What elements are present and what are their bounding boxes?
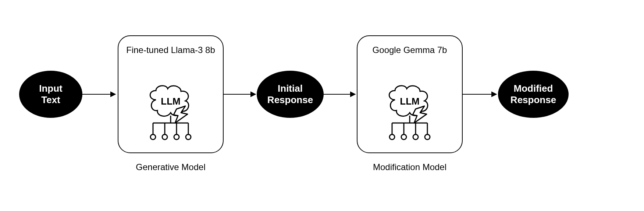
llm-brain-icon: LLM xyxy=(380,80,439,144)
node-modified-line1: Modified xyxy=(514,83,553,94)
llm-icon-label: LLM xyxy=(161,96,180,107)
box-modification-title: Google Gemma 7b xyxy=(357,45,462,55)
llm-brain-icon: LLM xyxy=(141,80,200,144)
node-input-line1: Input xyxy=(39,83,63,94)
svg-point-20 xyxy=(389,134,395,140)
svg-point-21 xyxy=(401,134,406,140)
svg-point-23 xyxy=(425,134,430,140)
node-input-line2: Text xyxy=(41,94,60,105)
svg-point-22 xyxy=(413,134,418,140)
box-generative-model: Fine-tuned Llama-3 8b LLM xyxy=(118,35,224,153)
arrow-initial-to-modification xyxy=(323,91,358,98)
node-initial-line1: Initial xyxy=(278,83,303,94)
svg-point-11 xyxy=(162,134,167,140)
svg-point-13 xyxy=(186,134,191,140)
svg-point-12 xyxy=(174,134,179,140)
arrow-modification-to-modified xyxy=(463,91,499,98)
box-generative-title: Fine-tuned Llama-3 8b xyxy=(118,45,223,55)
node-modified-response: Modified Response xyxy=(498,71,569,118)
node-initial-line2: Response xyxy=(267,94,313,105)
caption-generative-model: Generative Model xyxy=(118,162,224,172)
node-input-text: Input Text xyxy=(19,71,82,118)
svg-point-10 xyxy=(150,134,156,140)
arrow-input-to-generative xyxy=(82,91,118,98)
pipeline-diagram: Input Text Fine-tuned Llama-3 8b LLM xyxy=(0,0,644,211)
node-initial-response: Initial Response xyxy=(257,71,324,118)
arrow-generative-to-initial xyxy=(223,91,258,98)
node-modified-line2: Response xyxy=(510,94,556,105)
box-modification-model: Google Gemma 7b LLM xyxy=(357,35,463,153)
caption-modification-model: Modification Model xyxy=(357,162,463,172)
llm-icon-label: LLM xyxy=(400,96,419,107)
